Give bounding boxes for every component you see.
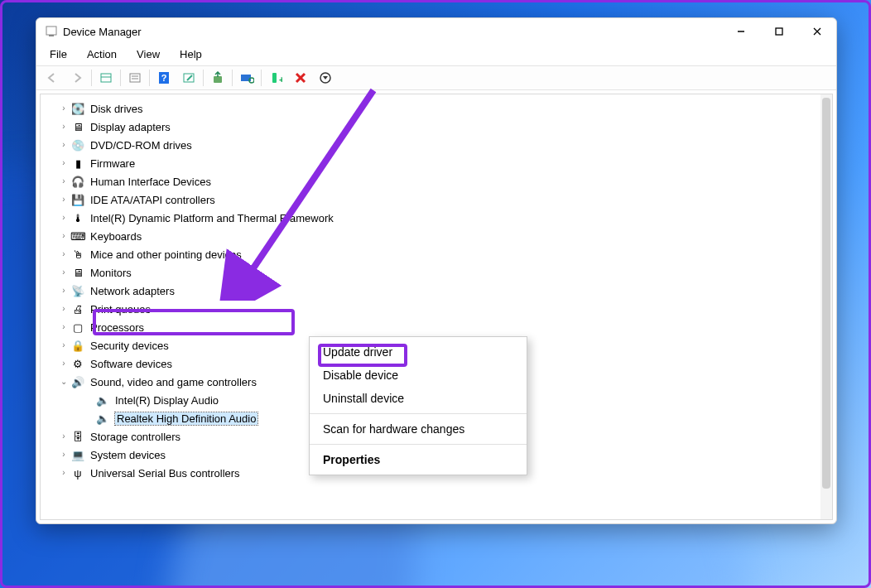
tb-add-device-button[interactable]: + <box>264 68 287 88</box>
tree-node-label: Processors <box>90 321 144 334</box>
menu-action[interactable]: Action <box>79 46 125 62</box>
tree-node[interactable]: ›🌡Intel(R) Dynamic Platform and Thermal … <box>47 209 829 227</box>
chevron-right-icon[interactable]: › <box>59 194 69 204</box>
storage-icon: 🗄 <box>70 430 85 443</box>
drive-icon: 💽 <box>70 102 85 115</box>
menu-view[interactable]: View <box>128 46 168 62</box>
chevron-right-icon[interactable]: › <box>59 230 69 240</box>
tree-node-label: Storage controllers <box>90 431 180 443</box>
tree-node[interactable]: ›📡Network adapters <box>47 282 829 300</box>
tree-child-label: Intel(R) Display Audio <box>115 394 219 407</box>
menu-file[interactable]: File <box>41 46 75 62</box>
tree-node-label: Disk drives <box>90 103 143 115</box>
tree-node[interactable]: ›🖥Display adapters <box>47 118 829 136</box>
tree-node-label: Display adapters <box>90 121 171 133</box>
tb-show-hidden-button[interactable] <box>94 68 118 88</box>
ide-icon: 💾 <box>70 193 85 206</box>
tree-node-label: Print queues <box>90 303 151 316</box>
toolbar: ? + <box>36 65 836 90</box>
chevron-right-icon[interactable]: › <box>59 340 69 349</box>
chevron-down-icon[interactable]: ⌄ <box>59 376 69 386</box>
tb-update-driver-button[interactable] <box>206 68 229 88</box>
chevron-right-icon[interactable]: › <box>59 303 69 313</box>
context-menu: Update driverDisable deviceUninstall dev… <box>309 336 527 475</box>
sound-icon: 🔊 <box>70 375 85 388</box>
tree-node-label: System devices <box>90 449 166 461</box>
chevron-right-icon[interactable]: › <box>59 121 69 131</box>
close-button[interactable] <box>798 18 836 45</box>
chip-icon: ▮ <box>70 157 85 170</box>
tb-uninstall-button[interactable] <box>289 68 312 88</box>
tree-node[interactable]: ›🖥Monitors <box>47 263 829 282</box>
app-icon <box>45 25 58 38</box>
svg-rect-3 <box>776 28 782 35</box>
context-menu-item[interactable]: Scan for hardware changes <box>310 417 527 441</box>
tree-node-label: DVD/CD-ROM drives <box>90 139 192 152</box>
dvd-icon: 💿 <box>70 138 85 152</box>
network-icon: 📡 <box>70 284 85 297</box>
chevron-right-icon[interactable]: › <box>59 103 69 113</box>
chevron-right-icon[interactable]: › <box>59 321 69 331</box>
tree-node[interactable]: ›💽Disk drives <box>47 99 829 118</box>
svg-rect-17 <box>272 73 277 83</box>
thermal-icon: 🌡 <box>70 211 85 224</box>
tb-properties-button[interactable] <box>123 68 147 88</box>
tree-node[interactable]: ›🖨Print queues <box>47 300 829 318</box>
security-icon: 🔒 <box>70 339 85 352</box>
tree-child-label: Realtek High Definition Audio <box>115 412 257 425</box>
window-title: Device Manager <box>63 26 142 38</box>
tree-node[interactable]: ›💿DVD/CD-ROM drives <box>47 136 829 154</box>
svg-text:?: ? <box>161 73 167 83</box>
titlebar[interactable]: Device Manager <box>36 18 836 45</box>
maximize-button[interactable] <box>760 18 798 45</box>
context-menu-item[interactable]: Uninstall device <box>310 387 527 410</box>
hid-icon: 🎧 <box>70 175 85 188</box>
tree-node[interactable]: ›🖱Mice and other pointing devices <box>47 245 829 263</box>
tree-node[interactable]: ›🎧Human Interface Devices <box>47 172 829 190</box>
mouse-icon: 🖱 <box>70 248 85 261</box>
context-menu-separator <box>310 444 527 445</box>
tb-action-button[interactable] <box>177 68 200 88</box>
tb-help-button[interactable]: ? <box>152 68 176 88</box>
tree-node-label: IDE ATA/ATAPI controllers <box>90 194 215 206</box>
tree-node-label: Network adapters <box>90 285 175 297</box>
tree-node-label: Firmware <box>90 157 135 170</box>
chevron-right-icon[interactable]: › <box>59 431 69 441</box>
menu-help[interactable]: Help <box>171 46 210 62</box>
chevron-right-icon[interactable]: › <box>59 157 69 167</box>
nav-forward-button[interactable] <box>65 68 89 88</box>
tree-node[interactable]: ›▢Processors <box>47 318 829 336</box>
minimize-button[interactable] <box>722 18 760 45</box>
cpu-icon: ▢ <box>70 321 85 334</box>
tb-disable-button[interactable] <box>314 68 337 88</box>
chevron-right-icon[interactable]: › <box>59 176 69 186</box>
tree-node[interactable]: ›💾IDE ATA/ATAPI controllers <box>47 190 829 209</box>
chevron-right-icon[interactable]: › <box>59 285 69 295</box>
context-menu-item[interactable]: Disable device <box>310 364 527 387</box>
context-menu-item[interactable]: Update driver <box>310 340 527 364</box>
software-icon: ⚙ <box>70 357 85 370</box>
tree-node-label: Universal Serial Bus controllers <box>90 467 240 480</box>
chevron-right-icon[interactable]: › <box>59 358 69 368</box>
tree-node[interactable]: ›▮Firmware <box>47 154 829 172</box>
monitor-icon: 🖥 <box>70 266 85 279</box>
speaker-icon: 🔈 <box>95 412 110 425</box>
printer-icon: 🖨 <box>70 302 85 316</box>
svg-rect-6 <box>101 74 111 82</box>
chevron-right-icon[interactable]: › <box>59 267 69 277</box>
context-menu-item[interactable]: Properties <box>310 448 527 471</box>
vertical-scrollbar[interactable] <box>820 94 832 519</box>
chevron-right-icon[interactable]: › <box>59 212 69 222</box>
tb-scan-button[interactable] <box>235 68 258 88</box>
tree-node-label: Intel(R) Dynamic Platform and Thermal Fr… <box>90 212 334 224</box>
tree-node-label: Keyboards <box>90 230 142 243</box>
chevron-right-icon[interactable]: › <box>59 467 69 477</box>
chevron-right-icon[interactable]: › <box>59 449 69 459</box>
nav-back-button[interactable] <box>41 68 64 88</box>
chevron-right-icon[interactable]: › <box>59 248 69 258</box>
tree-node[interactable]: ›⌨Keyboards <box>47 227 829 245</box>
svg-rect-1 <box>49 35 54 36</box>
chevron-right-icon[interactable]: › <box>59 139 69 149</box>
tree-node-label: Sound, video and game controllers <box>90 376 257 388</box>
tree-node-label: Software devices <box>90 358 172 370</box>
